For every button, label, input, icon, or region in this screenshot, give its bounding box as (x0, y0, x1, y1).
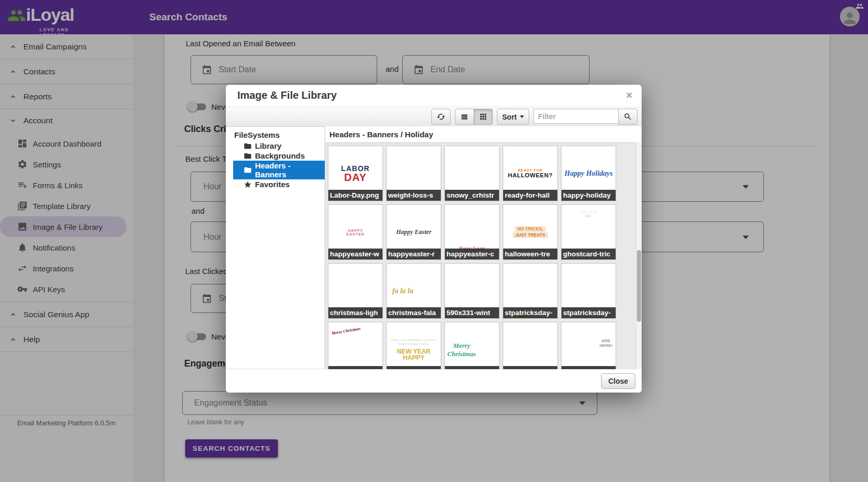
folder-icon (244, 142, 252, 150)
file-tile[interactable]: snowy_crhistr (444, 146, 500, 201)
file-name: candy_cane_b (561, 366, 616, 369)
file-name: christmas-ligh (328, 307, 382, 318)
file-name: stpatricksday- (561, 307, 616, 318)
folder-tree: FileSystems Library Backgrounds Headers … (226, 126, 325, 369)
file-tile[interactable]: READY FOR HALLOWEEN? ready-for-hall (503, 146, 558, 201)
folder-icon (244, 180, 252, 189)
file-name: christmas2.jp (503, 366, 557, 369)
file-name: ghostcard-tric (561, 249, 616, 259)
tree-root[interactable]: FileSystems (226, 131, 325, 139)
file-name: happyeaster-w (328, 249, 382, 259)
sort-caret-icon (520, 115, 524, 118)
list-view-button[interactable] (455, 109, 474, 125)
view-toggle-group (455, 109, 493, 125)
sort-button[interactable]: Sort (497, 109, 529, 125)
file-name: stpatricksday- (503, 307, 557, 318)
folder-icon (244, 166, 252, 174)
file-name: weight-loss-s (387, 190, 441, 201)
filter-input[interactable] (533, 109, 618, 124)
file-tile[interactable]: christmas-ligh (328, 263, 383, 319)
modal-toolbar: Sort (226, 107, 642, 127)
file-tile[interactable]: Merry Christmas Santa-Beard. (328, 322, 383, 369)
file-tile[interactable]: stpatricksday- (561, 263, 616, 319)
tree-folder-label: Library (255, 141, 282, 150)
file-tile[interactable]: TRICK OR ghostcard-tric (561, 204, 616, 260)
tree-folder-label: Headers - Banners (255, 161, 323, 179)
search-icon (623, 112, 632, 121)
search-button[interactable] (618, 109, 637, 125)
list-view-icon (460, 112, 469, 121)
file-thumbnail: EVE LOVE FRIENDS HOLIDAY PARTY FAMILY KI… (387, 322, 441, 369)
grid-view-button[interactable] (474, 109, 493, 125)
file-name: Santa-Beard. (328, 366, 382, 369)
file-name: halloween-tre (503, 249, 557, 259)
sort-label: Sort (502, 113, 517, 121)
file-tile[interactable]: Merry Christmas Merry-Christm (444, 322, 500, 369)
file-tile[interactable]: christmas2.jp (503, 322, 558, 369)
grid-view-icon (479, 112, 488, 121)
file-name: Labor-Day.png (328, 190, 382, 201)
vertical-scrollbar[interactable] (636, 142, 642, 369)
file-name: happyeaster-c (445, 249, 499, 259)
scrollbar-thumb[interactable] (637, 250, 641, 322)
file-thumbnail: Merry Christmas (445, 322, 499, 369)
file-thumbnail: Merry Christmas (328, 322, 382, 369)
refresh-icon (437, 112, 445, 121)
file-tile[interactable]: NO TRICKS, JUST TREATS halloween-tre (503, 204, 558, 260)
file-name: New-Years-Gr (387, 366, 441, 369)
file-tile[interactable]: Happy Easter happyeaster-c (444, 204, 500, 260)
close-icon[interactable]: × (626, 89, 632, 101)
file-tile[interactable]: LABOR DAY Labor-Day.png (328, 146, 383, 201)
tree-folder-item[interactable]: Backgrounds (233, 151, 325, 161)
file-tile[interactable]: fa la la christmas-fala (386, 263, 441, 319)
file-name: christmas-fala (387, 307, 441, 318)
file-thumbnail: HOLIDAYS ARE HERE! (561, 322, 616, 369)
close-button[interactable]: Close (601, 373, 635, 389)
file-tile[interactable]: 590x331-wint (444, 263, 500, 319)
tree-folder-item[interactable]: Headers - Banners (233, 161, 325, 179)
file-tile[interactable]: HAPPY EASTER happyeaster-w (328, 204, 383, 260)
modal-title: Image & File Library (237, 89, 337, 101)
folder-icon (244, 152, 252, 160)
file-name: 590x331-wint (445, 307, 499, 318)
tree-folder-item[interactable]: Library (233, 141, 325, 151)
tree-folder-label: Backgrounds (255, 151, 305, 160)
modal-body: FileSystems Library Backgrounds Headers … (226, 126, 642, 369)
file-browser-content: Headers - Banners / Holiday LABOR DAY La… (325, 126, 642, 369)
breadcrumb: Headers - Banners / Holiday (325, 126, 642, 143)
file-tile[interactable]: St.Patrick's Day stpatricksday- (503, 263, 558, 319)
modal-footer: Close (226, 369, 642, 393)
file-tile[interactable]: EVE LOVE FRIENDS HOLIDAY PARTY FAMILY KI… (386, 322, 441, 369)
file-name: happy-holiday (561, 190, 616, 201)
modal-header: Image & File Library × (226, 85, 642, 107)
file-thumbnail (503, 322, 557, 369)
file-name: snowy_crhistr (445, 190, 499, 201)
file-name: happyeaster-r (387, 249, 441, 259)
filter-group (533, 109, 637, 125)
file-tile[interactable]: Happy Easter happyeaster-r (386, 204, 441, 260)
file-tile[interactable]: Happy Holidays happy-holiday (561, 146, 616, 201)
refresh-button[interactable] (431, 109, 451, 125)
file-grid: LABOR DAY Labor-Day.png (325, 143, 642, 369)
file-name: Merry-Christm (445, 366, 499, 369)
file-tile[interactable]: HOLIDAYS ARE HERE! candy_cane_b (561, 322, 616, 369)
tree-folder-label: Favorites (255, 180, 290, 189)
image-file-library-modal: Image & File Library × Sort FileSys (226, 85, 642, 393)
file-name: ready-for-hall (503, 190, 557, 201)
file-tile[interactable]: weight-loss-s (386, 146, 441, 201)
tree-folder-item[interactable]: Favorites (233, 179, 325, 189)
